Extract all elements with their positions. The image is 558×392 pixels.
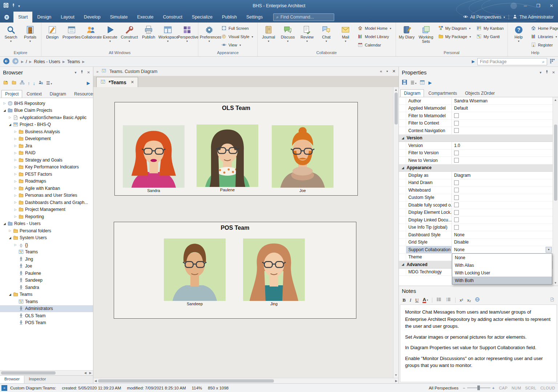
- property-row-use-info-tip-global[interactable]: Use Info Tip (global): [399, 224, 553, 232]
- breadcrumb-root[interactable]: /: [26, 59, 27, 64]
- scroll-down-icon[interactable]: ▼: [395, 372, 397, 378]
- dropdown-option-with-alias[interactable]: With Alias: [452, 261, 552, 269]
- menu-tab-construct[interactable]: Construct: [158, 12, 187, 23]
- ribbon-button-portals[interactable]: Portals▼: [21, 24, 40, 50]
- tree-item-business-analysis[interactable]: ▷ Business Analysis: [0, 128, 93, 135]
- property-row-disable-fully-scoped-o[interactable]: Disable fully scoped o...: [399, 201, 553, 209]
- superscript-button[interactable]: x²: [460, 298, 463, 302]
- canvas-horizontal-scrollbar[interactable]: ◀ ▶: [93, 378, 399, 383]
- ribbon-button-perspective[interactable]: Perspective▼: [178, 24, 197, 50]
- properties-tab-compartments[interactable]: Compartments: [425, 89, 461, 97]
- ribbon-button-my-diary[interactable]: My Diary: [397, 24, 416, 50]
- avatar-paulene[interactable]: [197, 124, 258, 187]
- ribbon-button-construct[interactable]: Construct▼: [120, 24, 139, 50]
- scrollbar-thumb[interactable]: [1, 371, 56, 375]
- checkbox-disable-fully-scoped-o[interactable]: [454, 203, 459, 207]
- menu-tab-layout[interactable]: Layout: [56, 12, 79, 23]
- tree-item-system-users[interactable]: ◢ System Users: [0, 234, 93, 242]
- bullet-list-icon[interactable]: [436, 297, 442, 303]
- view-menu-icon[interactable]: ▾: [387, 69, 388, 74]
- tree-item-administrators[interactable]: Administrators: [0, 305, 93, 313]
- bold-button[interactable]: B: [403, 297, 406, 303]
- font-color-button[interactable]: A: [422, 297, 426, 303]
- property-row-new-to-version[interactable]: New to Version: [399, 157, 553, 164]
- open-folder-icon[interactable]: [11, 80, 17, 86]
- expand-arrow-icon[interactable]: ▷: [13, 137, 18, 140]
- back-button[interactable]: [3, 58, 10, 66]
- checkbox-custom-style[interactable]: [454, 195, 459, 200]
- hamburger-menu-icon[interactable]: ☰ ▾: [46, 81, 52, 86]
- browser-tab-context[interactable]: Context: [23, 90, 45, 98]
- property-row-filter-to-metamodel[interactable]: Filter to Metamodel: [399, 112, 553, 120]
- breadcrumb-item-teams[interactable]: Teams: [67, 59, 80, 64]
- expand-arrow-icon[interactable]: ▷: [13, 144, 18, 147]
- ea-logo-icon[interactable]: [0, 12, 13, 23]
- tree-item-joe[interactable]: Joe: [0, 263, 93, 270]
- underline-button[interactable]: U: [415, 297, 418, 303]
- tree-item-sandra[interactable]: Sandra: [0, 284, 93, 291]
- checkbox-filter-to-version[interactable]: [454, 151, 459, 155]
- move-up-icon[interactable]: ↑: [28, 81, 30, 86]
- tree-item-dashboards-charts-and-graph[interactable]: ▷ Dashboards Charts and Graph...: [0, 199, 93, 206]
- scroll-up-icon[interactable]: ▲: [554, 97, 557, 103]
- property-row-author[interactable]: Author Sandra Wiseman: [399, 97, 553, 105]
- pin-icon[interactable]: [11, 3, 16, 9]
- ribbon-button-preferences[interactable]: Preferences▼: [200, 24, 219, 50]
- tree-item-raid[interactable]: ▷ RAID: [0, 150, 93, 157]
- expand-arrow-icon[interactable]: ▷: [13, 166, 18, 169]
- ribbon-button-register[interactable]: Register: [530, 41, 558, 49]
- property-row-applied-metamodel[interactable]: Applied Metamodel Default: [399, 105, 553, 113]
- zoom-slider[interactable]: − +: [463, 386, 494, 390]
- team-group-pos-team[interactable]: POS Team Sandeep Jing: [114, 222, 356, 319]
- tree-item-personal-folders[interactable]: ▷ Personal folders: [0, 227, 93, 234]
- expand-arrow-icon[interactable]: ▷: [13, 243, 18, 246]
- checkbox-new-to-version[interactable]: [454, 158, 459, 163]
- find-package-input[interactable]: Find Package ⌕: [477, 58, 547, 65]
- panel-menu-icon[interactable]: ▾: [540, 70, 542, 74]
- tree-item-strategy-and-goals[interactable]: ▷ Strategy and Goals: [0, 156, 93, 164]
- expand-arrow-icon[interactable]: ▷: [13, 201, 18, 204]
- expand-arrow-icon[interactable]: ▷: [13, 172, 18, 176]
- qat-dropdown-icon[interactable]: ▾: [18, 4, 20, 8]
- zoom-out-icon[interactable]: −: [463, 386, 465, 390]
- tree-item-jira[interactable]: ▷ Jira: [0, 142, 93, 150]
- properties-tab-diagram[interactable]: Diagram: [400, 89, 424, 97]
- menu-tab-simulate[interactable]: Simulate: [105, 12, 133, 23]
- ribbon-button-execute[interactable]: Execute▼: [101, 24, 120, 50]
- overflow-chevrons-icon[interactable]: »: [96, 69, 98, 74]
- menu-tab-specialize[interactable]: Specialize: [187, 12, 217, 23]
- tree-item-project-management[interactable]: ▷ Project Management: [0, 206, 93, 213]
- dock-tab-inspector[interactable]: Inspector: [24, 376, 50, 383]
- ribbon-button-calendar[interactable]: Calendar: [356, 41, 393, 49]
- tree-item-teams[interactable]: ◢ Teams: [0, 291, 93, 298]
- dropdown-option-with-both[interactable]: With Both: [452, 277, 552, 284]
- checkbox-whiteboard[interactable]: [454, 188, 459, 192]
- minimize-button[interactable]: ─: [519, 0, 532, 12]
- collapse-arrow-icon[interactable]: ◢: [8, 293, 12, 296]
- tree-item-applicationschema-basic-applic[interactable]: ▷ «ApplicationSchema» Basic Applic: [0, 114, 93, 121]
- avatar-sandra[interactable]: [123, 125, 185, 188]
- ribbon-button-view[interactable]: View▼: [220, 41, 255, 49]
- browser-horizontal-scrollbar[interactable]: ◀ ▶: [0, 370, 93, 375]
- scroll-right-icon[interactable]: ▶: [395, 379, 397, 383]
- doc-nav-icon[interactable]: ▶: [472, 59, 475, 64]
- ribbon-button-workspace[interactable]: Workspace▼: [158, 24, 177, 50]
- checkbox-context-navigation[interactable]: [454, 128, 459, 133]
- close-icon[interactable]: ✕: [87, 70, 90, 74]
- property-row-filter-to-context[interactable]: Filter to Context: [399, 120, 553, 127]
- scroll-left-icon[interactable]: ◀: [84, 371, 86, 375]
- zoom-in-icon[interactable]: +: [492, 386, 495, 390]
- avatar-jing[interactable]: [243, 238, 305, 301]
- tree-item-teams[interactable]: Teams: [0, 249, 93, 256]
- property-row-context-navigation[interactable]: Context Navigation: [399, 127, 553, 135]
- scroll-right-icon[interactable]: ▶: [89, 371, 92, 375]
- property-row-display-element-lock[interactable]: Display Element Lock...: [399, 209, 553, 217]
- expand-arrow-icon[interactable]: ▷: [13, 194, 18, 197]
- all-perspectives-button[interactable]: All Perspectives: [470, 15, 501, 20]
- checkbox-hand-drawn[interactable]: [454, 180, 459, 185]
- menu-tab-execute[interactable]: Execute: [132, 12, 158, 23]
- current-user-button[interactable]: The Administrator: [519, 15, 554, 20]
- close-icon[interactable]: ✕: [552, 70, 555, 74]
- notes-editor[interactable]: Monitor Chat Messages from users and tea…: [400, 305, 557, 382]
- tree-item-braces[interactable]: ▷ {} {}: [0, 241, 93, 249]
